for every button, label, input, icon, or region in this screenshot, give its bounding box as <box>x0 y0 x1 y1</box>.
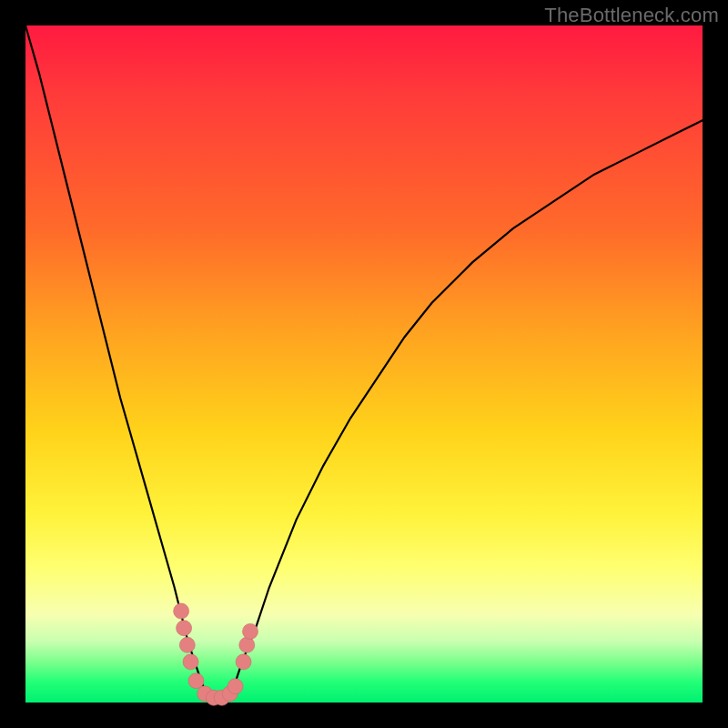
bottleneck-curve-svg <box>25 25 703 703</box>
curve-marker <box>239 637 255 652</box>
curve-marker <box>243 623 258 639</box>
watermark-text: TheBottleneck.com <box>544 4 719 27</box>
bottleneck-curve <box>25 25 703 699</box>
curve-marker <box>174 603 189 619</box>
plot-area <box>25 25 703 703</box>
curve-marker <box>183 654 198 670</box>
curve-marker <box>179 637 195 652</box>
curve-marker <box>228 679 243 694</box>
chart-frame: TheBottleneck.com <box>0 0 728 728</box>
curve-marker <box>177 621 192 636</box>
curve-marker <box>236 654 251 670</box>
marker-cluster <box>174 603 258 705</box>
curve-marker <box>188 673 204 689</box>
